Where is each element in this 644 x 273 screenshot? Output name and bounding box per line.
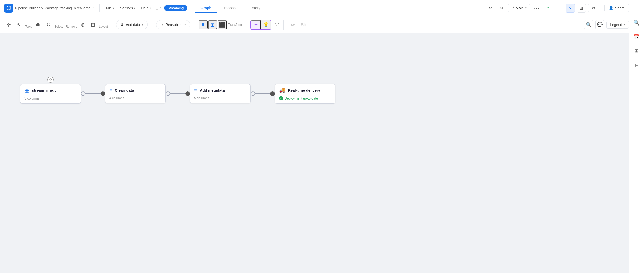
node-clean-data-title: Clean data (115, 88, 134, 92)
node-clean-data[interactable]: ≡ Clean data 4 columns (105, 84, 166, 103)
transform-pivot-button[interactable]: ⬛ (218, 20, 227, 29)
sidebar-search-button[interactable]: 🔍 (632, 18, 642, 28)
input-port-4[interactable] (270, 91, 275, 96)
tabs: Graph Proposals History (195, 4, 265, 13)
deploy-status: ✓ Deployment up-to-date (275, 95, 335, 103)
more-options-button[interactable]: ··· (532, 4, 541, 13)
tab-graph[interactable]: Graph (195, 4, 216, 13)
breadcrumb: Pipeline Builder > Package tracking in r… (15, 6, 95, 10)
node-add-metadata[interactable]: ≡ Add metadata 5 columns (190, 84, 251, 103)
tools-group: ✛ ↖ Tools ⏺ ↻ Select Remove ⊕ ⊞ Layout (4, 20, 108, 29)
divider-1 (99, 4, 100, 12)
reusables-button[interactable]: fx Reusables ▾ (156, 20, 190, 29)
refresh-button[interactable]: ↻ (44, 20, 53, 29)
pipeline-builder-link[interactable]: Pipeline Builder (15, 6, 40, 10)
main-branch-dropdown[interactable]: ⑂ Main ▾ (508, 4, 530, 12)
rotate-handle[interactable]: ⟳ (47, 77, 54, 83)
share-button[interactable]: 👤 Share (604, 4, 629, 12)
aip-bulb-button[interactable]: 💡 (261, 20, 271, 29)
topbar: ⬡ Pipeline Builder > Package tracking in… (0, 0, 644, 16)
node-clean-data-header: ≡ Clean data (105, 84, 165, 95)
select-label: Select (54, 25, 63, 29)
line-3 (255, 93, 270, 94)
app-logo[interactable]: ⬡ (4, 4, 13, 13)
menu-items: File ▾ Settings ▾ Help ▾ (104, 5, 153, 12)
remove-label: Remove (66, 25, 77, 29)
node-add-metadata-header: ≡ Add metadata (190, 84, 250, 95)
select-tool-button[interactable]: ↖ (14, 20, 24, 29)
sidebar-expand-button[interactable]: ▶ (632, 60, 642, 70)
settings-menu[interactable]: Settings ▾ (118, 5, 138, 12)
connector-3 (251, 91, 275, 96)
aip-sparkle-button[interactable]: ✦ (251, 20, 261, 29)
transform-filter-button[interactable]: ≡ (199, 20, 208, 29)
add-data-button[interactable]: ⬇ Add data ▾ (116, 20, 148, 29)
edit-label: Edit (301, 23, 306, 27)
toolbar-search-button[interactable]: 🔍 (584, 20, 593, 29)
node-stream-input[interactable]: ▦ stream_input 3 columns (20, 84, 81, 104)
output-port-2[interactable] (166, 91, 170, 96)
pipeline-title: Package tracking in real-time (45, 6, 90, 10)
node-real-time-delivery-header: 🚚 Real-time delivery (275, 84, 335, 95)
node-stream-input-wrapper: ⟳ ▦ stream_input 3 columns (20, 84, 81, 104)
node-stream-input-meta: 3 columns (20, 95, 81, 103)
star-icon[interactable]: ☆ (92, 6, 95, 10)
record-button[interactable]: ⏺ (33, 20, 43, 29)
aip-group: ✦ 💡 (250, 20, 271, 30)
tab-proposals[interactable]: Proposals (217, 4, 244, 13)
arrange-button[interactable]: ⊕ (78, 20, 87, 29)
move-tool-button[interactable]: ✛ (4, 20, 13, 29)
toolbar-comment-button[interactable]: 💬 (595, 20, 604, 29)
stream-input-icon: ▦ (24, 87, 29, 93)
node-real-time-delivery[interactable]: 🚚 Real-time delivery ✓ Deployment up-to-… (275, 84, 335, 104)
sidebar-grid-button[interactable]: ⊞ (632, 46, 642, 56)
fork-button[interactable]: ⑂ (555, 4, 564, 13)
sidebar-calendar-button[interactable]: 📅 (632, 32, 642, 42)
legend-button[interactable]: Legend ▾ (606, 21, 629, 29)
select-mode-button[interactable]: ↖ (566, 4, 575, 13)
pipeline-canvas[interactable]: ⟳ ▦ stream_input 3 columns ≡ Clean data … (0, 33, 629, 273)
node-stream-input-title: stream_input (32, 88, 56, 92)
deploy-status-text: Deployment up-to-date (285, 96, 318, 100)
branch-area: ⊞ 1 (155, 6, 162, 10)
node-stream-input-header: ▦ stream_input (20, 84, 81, 95)
clean-data-icon: ≡ (109, 87, 112, 93)
deploy-dot: ✓ (279, 96, 283, 100)
grid-layout-button[interactable]: ⊞ (88, 20, 98, 29)
real-time-delivery-icon: 🚚 (279, 87, 285, 93)
counter-button[interactable]: ↺ 0 (588, 4, 602, 12)
line-2 (170, 93, 185, 94)
undo-button[interactable]: ↩ (486, 4, 495, 13)
tools-label: Tools (25, 25, 32, 29)
transform-label: Transform (228, 23, 242, 27)
output-port-3[interactable] (251, 91, 255, 96)
line-1 (85, 93, 101, 94)
layout-label: Layout (99, 25, 108, 29)
toolbar: ✛ ↖ Tools ⏺ ↻ Select Remove ⊕ ⊞ Layout ⬇… (0, 16, 644, 33)
pipeline-flow: ⟳ ▦ stream_input 3 columns ≡ Clean data … (20, 84, 335, 104)
input-port-2[interactable] (101, 91, 105, 96)
connector-2 (166, 91, 190, 96)
edit-button[interactable]: ✏ (288, 20, 298, 29)
topbar-right: ↩ ↪ ⑂ Main ▾ ··· ↑ ⑂ ↖ ⊞ ↺ 0 👤 Share ≡ (486, 4, 640, 13)
right-sidebar: 🔍 📅 ⊞ ▶ (629, 0, 644, 273)
toolbar-divider-3 (194, 20, 194, 30)
grid-view-button[interactable]: ⊞ (577, 4, 586, 13)
input-port-3[interactable] (185, 91, 190, 96)
redo-button[interactable]: ↪ (497, 4, 506, 13)
connector-1 (81, 91, 105, 96)
node-add-metadata-meta: 5 columns (190, 95, 250, 103)
transform-join-button[interactable]: ⊞ (208, 20, 217, 29)
output-port-1[interactable] (81, 91, 85, 96)
add-metadata-icon: ≡ (194, 87, 197, 93)
toolbar-divider-2 (152, 20, 152, 30)
transform-group: ≡ ⊞ ⬛ Transform (199, 20, 242, 29)
node-clean-data-meta: 4 columns (105, 95, 165, 103)
toolbar-divider-1 (112, 20, 112, 30)
tab-history[interactable]: History (243, 4, 265, 13)
file-menu[interactable]: File ▾ (104, 5, 117, 12)
upload-button[interactable]: ↑ (543, 4, 553, 13)
help-menu[interactable]: Help ▾ (139, 5, 153, 12)
streaming-badge: Streaming (164, 5, 187, 11)
node-real-time-delivery-title: Real-time delivery (288, 88, 320, 92)
